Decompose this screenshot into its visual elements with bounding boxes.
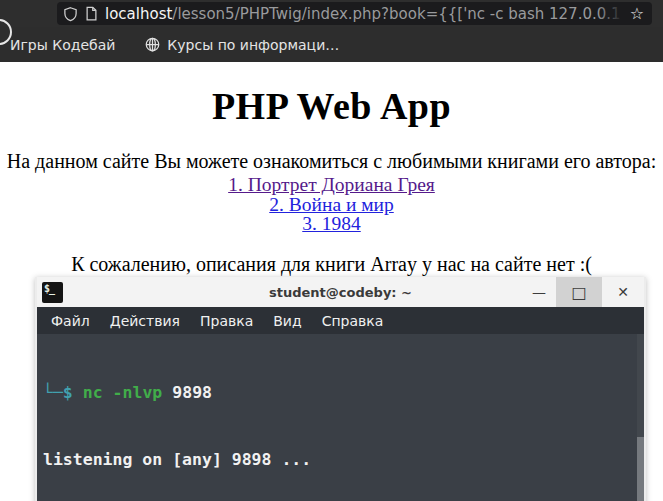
bookmark-label: Курсы по информаци… — [167, 37, 339, 53]
bookmark-star-icon[interactable]: ☆ — [630, 6, 646, 22]
shield-icon[interactable] — [63, 6, 78, 22]
maximize-icon: □ — [571, 283, 586, 302]
terminal-output[interactable]: └─$nc -nlvp9898 listening on [any] 9898 … — [37, 334, 644, 501]
terminal-menubar: Файл Действия Правка Вид Справка — [37, 307, 644, 334]
window-controls: — □ ✕ — [522, 277, 644, 307]
bookmarks-bar: Игры Кодебай Курсы по информаци… — [0, 27, 663, 62]
url-bar[interactable]: localhost/lesson5/PHPTwig/index.php?book… — [57, 2, 652, 25]
minimize-icon: — — [532, 284, 546, 300]
close-icon: ✕ — [617, 284, 629, 300]
book-links: 1. Портрет Дориана Грея 2. Война и мир 3… — [0, 175, 663, 234]
terminal-window: $_ student@codeby: ~ — □ ✕ Файл Действия… — [35, 277, 646, 501]
terminal-titlebar[interactable]: $_ student@codeby: ~ — □ ✕ — [37, 277, 644, 307]
menu-edit[interactable]: Правка — [190, 313, 263, 329]
page-info-icon[interactable] — [85, 6, 98, 21]
globe-icon — [145, 37, 160, 52]
page-title: PHP Web App — [0, 84, 663, 128]
close-button[interactable]: ✕ — [602, 277, 644, 307]
menu-view[interactable]: Вид — [263, 313, 311, 329]
error-message: К сожалению, описания для книги Array у … — [0, 253, 663, 276]
book-link-3[interactable]: 3. 1984 — [0, 214, 663, 234]
url-text[interactable]: localhost/lesson5/PHPTwig/index.php?book… — [105, 5, 623, 23]
maximize-button[interactable]: □ — [556, 277, 602, 307]
bookmark-label: Игры Кодебай — [10, 37, 115, 53]
url-domain: localhost — [105, 5, 172, 23]
terminal-scrollbar[interactable] — [637, 334, 644, 501]
book-link-1[interactable]: 1. Портрет Дориана Грея — [0, 175, 663, 195]
shell-argument: 9898 — [172, 383, 212, 402]
minimize-button[interactable]: — — [522, 277, 556, 307]
url-fade — [597, 5, 623, 23]
scrollbar-thumb[interactable] — [637, 437, 644, 501]
menu-help[interactable]: Справка — [312, 313, 394, 329]
web-page: PHP Web App На данном сайте Вы можете оз… — [0, 84, 663, 276]
book-link-2[interactable]: 2. Война и мир — [0, 195, 663, 215]
menu-actions[interactable]: Действия — [100, 313, 190, 329]
url-path: /lesson5/PHPTwig/index.php?book={{['nc -… — [172, 5, 622, 23]
shell-prompt: └─$ — [43, 383, 73, 402]
terminal-prompt-line: └─$nc -nlvp9898 — [43, 382, 630, 404]
shell-command: nc -nlvp — [83, 383, 162, 402]
bookmark-item-codeby[interactable]: Игры Кодебай — [10, 37, 115, 53]
bookmark-item-courses[interactable]: Курсы по информаци… — [145, 37, 339, 53]
terminal-line: listening on [any] 9898 ... — [43, 449, 630, 471]
browser-toolbar: localhost/lesson5/PHPTwig/index.php?book… — [0, 0, 663, 27]
menu-file[interactable]: Файл — [41, 313, 100, 329]
terminal-app-icon: $_ — [42, 282, 63, 303]
intro-text: На данном сайте Вы можете ознакомиться с… — [0, 150, 663, 173]
